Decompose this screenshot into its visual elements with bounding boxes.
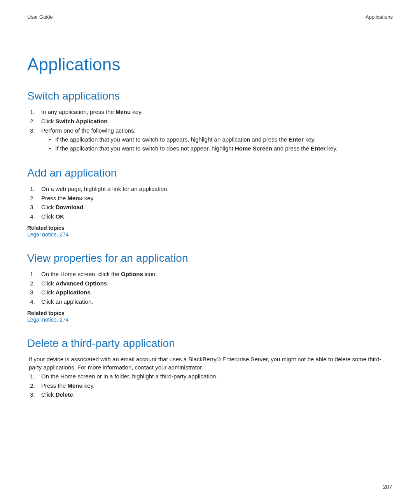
bullet-text: If the application that you want to swit…	[55, 145, 235, 152]
bold-term: Switch Application	[56, 118, 108, 124]
step-item: Perform one of the following actions: If…	[37, 126, 393, 153]
bold-term: OK	[56, 213, 65, 220]
step-text: Press the	[41, 382, 68, 389]
step-item: Click Download.	[37, 203, 393, 212]
step-text: key.	[83, 195, 95, 201]
bullet-text: If the application that you want to swit…	[55, 136, 289, 143]
intro-paragraph: If your device is associated with an ema…	[29, 355, 393, 371]
steps-list: In any application, press the Menu key. …	[27, 108, 393, 153]
sub-bullet-item: If the application that you want to swit…	[49, 135, 393, 144]
page-title: Applications	[27, 55, 393, 74]
step-text: .	[107, 280, 108, 287]
section-view-properties: View properties for an application On th…	[27, 252, 393, 323]
step-item: Click OK.	[37, 212, 393, 221]
sub-bullet-list: If the application that you want to swit…	[49, 135, 393, 153]
steps-list: On the Home screen or in a folder, highl…	[27, 372, 393, 399]
step-item: Click Advanced Options.	[37, 279, 393, 288]
step-text: icon.	[143, 271, 157, 277]
heading-add-application: Add an application	[27, 167, 393, 179]
bullet-text: key.	[326, 145, 338, 152]
steps-list: On a web page, highlight a link for an a…	[27, 185, 393, 221]
step-text: Click	[41, 213, 56, 220]
step-item: Click Delete.	[37, 390, 393, 399]
heading-switch-applications: Switch applications	[27, 90, 393, 102]
bold-term: Home Screen	[235, 145, 272, 152]
step-text: key.	[83, 382, 95, 389]
step-text: Click	[41, 118, 56, 124]
step-text: Perform one of the following actions:	[41, 127, 136, 134]
bold-term: Advanced Options	[56, 280, 107, 287]
bold-term: Enter	[311, 145, 326, 152]
step-text: Press the	[41, 195, 68, 201]
bold-term: Menu	[116, 108, 131, 115]
step-text: On the Home screen or in a folder, highl…	[41, 373, 218, 380]
step-item: Click Switch Application.	[37, 117, 393, 126]
step-item: Press the Menu key.	[37, 194, 393, 203]
step-text: key.	[131, 108, 143, 115]
bold-term: Enter	[289, 136, 303, 143]
section-delete-application: Delete a third-party application If your…	[27, 337, 393, 399]
bold-term: Menu	[68, 382, 83, 389]
step-text: Click an application.	[41, 298, 93, 305]
step-text: .	[83, 204, 85, 210]
related-topics-heading: Related topics	[27, 225, 393, 231]
step-item: On a web page, highlight a link for an a…	[37, 185, 393, 193]
bold-term: Delete	[56, 391, 73, 398]
section-switch-applications: Switch applications In any application, …	[27, 90, 393, 153]
step-text: Click	[41, 204, 56, 210]
running-header: User Guide Applications	[27, 14, 393, 20]
step-item: Click an application.	[37, 298, 393, 306]
bold-term: Menu	[68, 195, 83, 201]
bullet-text: key.	[304, 136, 316, 143]
step-text: On a web page, highlight a link for an a…	[41, 186, 169, 192]
related-topics-heading: Related topics	[27, 310, 393, 316]
page-number: 207	[383, 484, 392, 490]
related-topics-link[interactable]: Legal notice, 274	[27, 317, 69, 323]
step-item: On the Home screen, click the Options ic…	[37, 270, 393, 278]
step-text: Click	[41, 289, 56, 296]
step-item: In any application, press the Menu key.	[37, 108, 393, 116]
bullet-text: and press the	[272, 145, 311, 152]
header-right: Applications	[366, 14, 393, 20]
step-text: Click	[41, 391, 56, 398]
step-text: In any application, press the	[41, 108, 116, 115]
step-text: Click	[41, 280, 56, 287]
step-item: On the Home screen or in a folder, highl…	[37, 372, 393, 381]
step-text: .	[107, 118, 109, 124]
bold-term: Download	[56, 204, 84, 210]
sub-bullet-item: If the application that you want to swit…	[49, 144, 393, 153]
section-add-application: Add an application On a web page, highli…	[27, 167, 393, 238]
header-left: User Guide	[27, 14, 53, 20]
step-text: .	[73, 391, 75, 398]
step-item: Click Applications.	[37, 288, 393, 297]
related-topics-link[interactable]: Legal notice, 274	[27, 231, 69, 238]
heading-view-properties: View properties for an application	[27, 252, 393, 264]
steps-list: On the Home screen, click the Options ic…	[27, 270, 393, 306]
step-item: Press the Menu key.	[37, 382, 393, 390]
document-page: User Guide Applications Applications Swi…	[0, 0, 420, 504]
bold-term: Options	[121, 271, 143, 277]
step-text: .	[91, 289, 92, 296]
step-text: .	[64, 213, 66, 220]
heading-delete-application: Delete a third-party application	[27, 337, 393, 350]
step-text: On the Home screen, click the	[41, 271, 121, 277]
bold-term: Applications	[56, 289, 91, 296]
